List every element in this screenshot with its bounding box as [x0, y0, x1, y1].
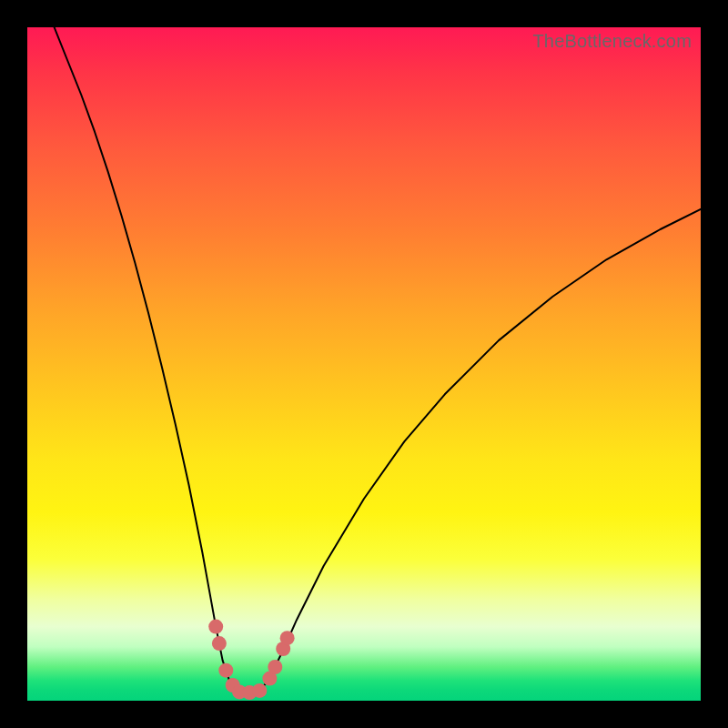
curve-marker: [252, 683, 267, 698]
curve-markers: [208, 620, 294, 701]
curve-marker: [280, 631, 295, 645]
chart-svg: [27, 27, 701, 701]
plot-area: TheBottleneck.com: [27, 27, 701, 701]
curve-marker: [212, 636, 227, 651]
curve-marker: [268, 660, 282, 674]
curve-marker: [208, 620, 223, 634]
curve-marker: [218, 663, 233, 678]
chart-frame: TheBottleneck.com: [0, 0, 728, 728]
bottleneck-curve: [55, 27, 701, 694]
